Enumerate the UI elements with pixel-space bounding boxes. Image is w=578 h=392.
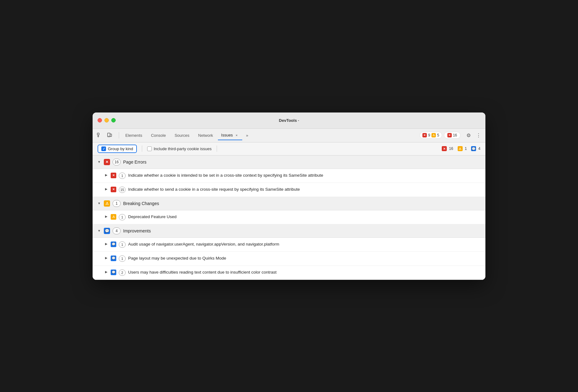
- tab-issues-label: Issues: [221, 133, 233, 137]
- issue-chevron: ▶: [105, 270, 108, 274]
- warning-count: 5: [437, 133, 439, 137]
- toolbar-divider: [119, 132, 119, 138]
- issue-text-quirks-mode: Page layout may be unexpected due to Qui…: [128, 256, 226, 261]
- issue-row-quirks-mode[interactable]: ▶💬1Page layout may be unexpected due to …: [93, 252, 485, 266]
- error-count: 9: [428, 133, 430, 137]
- tab-issues-close[interactable]: ×: [234, 133, 239, 138]
- close-button[interactable]: [98, 118, 102, 122]
- group-by-kind-label: Group by kind: [108, 146, 133, 151]
- window-title: DevTools ·: [279, 118, 299, 123]
- issue-count-cookie-samesite-15: 15: [119, 187, 126, 193]
- tab-console[interactable]: Console: [147, 131, 170, 140]
- issue-chevron: ▶: [105, 256, 108, 260]
- tb2-error-badge: ✕ 16: [442, 146, 453, 151]
- category-icon-improvements: 💬: [104, 228, 110, 234]
- maximize-button[interactable]: [111, 118, 116, 122]
- category-title-breaking-changes: Breaking Changes: [123, 201, 159, 206]
- category-chevron: ▼: [98, 229, 101, 232]
- group-by-kind-checkbox[interactable]: Group by kind: [98, 145, 137, 153]
- issue-row-cookie-samesite-15[interactable]: ▶✕15Indicate whether to send a cookie in…: [93, 183, 485, 197]
- error-warning-badge: ✕ 9 ⚠ 5 ✕ 16: [420, 132, 460, 139]
- category-breaking-changes[interactable]: ▼⚠1Breaking Changes: [93, 197, 485, 210]
- issue-chevron: ▶: [105, 215, 108, 218]
- group-by-kind-check-icon: [101, 146, 106, 151]
- devtools-window: DevTools · Elements Console Sou: [93, 112, 485, 280]
- issue-text-deprecated-feature: Deprecated Feature Used: [128, 214, 176, 220]
- device-icon[interactable]: [105, 131, 114, 140]
- more-tabs-button[interactable]: »: [243, 131, 251, 140]
- tb2-info-icon: 💬: [471, 146, 476, 151]
- inspect-icon[interactable]: [95, 131, 104, 140]
- issue-chevron: ▶: [105, 173, 108, 177]
- more-options-button[interactable]: ⋮: [474, 131, 483, 140]
- category-count-page-errors: 16: [113, 159, 121, 165]
- issue-count-quirks-mode: 1: [119, 256, 126, 262]
- toolbar2-divider: [142, 146, 142, 152]
- titlebar: DevTools ·: [93, 112, 485, 129]
- tb2-warning-badge: ⚠ 1: [458, 146, 467, 151]
- svg-rect-4: [110, 134, 112, 136]
- issue-row-color-contrast[interactable]: ▶💬2Users may have difficulties reading t…: [93, 266, 485, 280]
- tb2-info-count: 4: [478, 146, 480, 151]
- issue-icon-color-contrast: 💬: [111, 270, 116, 275]
- category-page-errors[interactable]: ▼✕16Page Errors: [93, 155, 485, 169]
- issue-icon-cookie-samesite-15: ✕: [111, 187, 116, 192]
- third-party-check-icon: [147, 146, 152, 151]
- traffic-lights: [98, 118, 116, 122]
- category-chevron: ▼: [98, 202, 101, 205]
- tab-network[interactable]: Network: [195, 131, 217, 140]
- toolbar2: Group by kind Include third-party cookie…: [93, 142, 485, 155]
- issue-count-navigator-audit: 1: [119, 241, 126, 248]
- tb2-info-badge: 💬 4: [471, 146, 480, 151]
- category-title-page-errors: Page Errors: [123, 160, 147, 165]
- include-third-party-label: Include third-party cookie issues: [154, 146, 212, 151]
- issue-text-navigator-audit: Audit usage of navigator.userAgent, navi…: [128, 241, 279, 247]
- issue-icon-cookie-samesite-1: ✕: [111, 173, 116, 178]
- issues-list: ▼✕16Page Errors▶✕1Indicate whether a coo…: [93, 155, 485, 280]
- category-count-improvements: 4: [113, 227, 121, 234]
- category-chevron: ▼: [98, 160, 101, 164]
- issue-chevron: ▶: [105, 187, 108, 191]
- settings-button[interactable]: ⚙: [464, 131, 473, 140]
- total-count: 16: [453, 133, 457, 137]
- issue-count-deprecated-feature: 1: [119, 214, 126, 220]
- issue-icon-navigator-audit: 💬: [111, 241, 116, 247]
- toolbar2-divider2: [217, 146, 217, 152]
- tab-sources[interactable]: Sources: [171, 131, 193, 140]
- tb2-error-count: 16: [449, 146, 453, 151]
- tab-issues[interactable]: Issues ×: [218, 131, 242, 140]
- issue-icon-quirks-mode: 💬: [111, 256, 116, 261]
- tb2-error-icon: ✕: [442, 146, 447, 151]
- tab-elements[interactable]: Elements: [122, 131, 146, 140]
- category-count-breaking-changes: 1: [113, 200, 121, 207]
- total-badge[interactable]: ✕ 16: [444, 132, 460, 139]
- issue-text-cookie-samesite-1: Indicate whether a cookie is intended to…: [128, 173, 323, 179]
- include-third-party-checkbox[interactable]: Include third-party cookie issues: [147, 146, 212, 151]
- issue-count-cookie-samesite-1: 1: [119, 173, 126, 179]
- svg-rect-0: [97, 133, 99, 135]
- issue-text-color-contrast: Users may have difficulties reading text…: [128, 270, 277, 275]
- issue-row-cookie-samesite-1[interactable]: ▶✕1Indicate whether a cookie is intended…: [93, 169, 485, 183]
- category-improvements[interactable]: ▼💬4Improvements: [93, 224, 485, 238]
- errors-badge[interactable]: ✕ 9 ⚠ 5: [420, 132, 442, 139]
- issue-icon-deprecated-feature: ⚠: [111, 214, 116, 220]
- tb2-warning-count: 1: [465, 146, 467, 151]
- minimize-button[interactable]: [104, 118, 109, 122]
- issue-text-cookie-samesite-15: Indicate whether to send a cookie in a c…: [128, 187, 300, 193]
- issue-row-deprecated-feature[interactable]: ▶⚠1Deprecated Feature Used: [93, 210, 485, 224]
- error-icon: ✕: [422, 133, 427, 137]
- warning-icon: ⚠: [431, 133, 436, 137]
- category-title-improvements: Improvements: [123, 228, 151, 233]
- total-error-icon: ✕: [447, 133, 452, 137]
- issue-count-color-contrast: 2: [119, 270, 126, 276]
- category-icon-page-errors: ✕: [104, 159, 110, 165]
- category-icon-breaking-changes: ⚠: [104, 200, 110, 207]
- toolbar2-badges: ✕ 16 ⚠ 1 💬 4: [442, 146, 480, 151]
- issue-chevron: ▶: [105, 242, 108, 246]
- tabbar: Elements Console Sources Network Issues …: [93, 129, 485, 142]
- tb2-warning-icon: ⚠: [458, 146, 463, 151]
- toolbar-icons: [95, 131, 114, 140]
- issue-row-navigator-audit[interactable]: ▶💬1Audit usage of navigator.userAgent, n…: [93, 238, 485, 252]
